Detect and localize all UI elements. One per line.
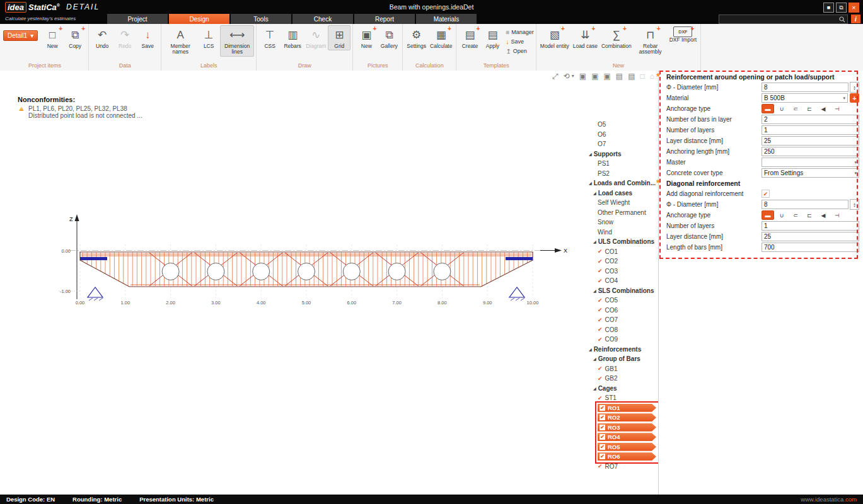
anchorage-option-3-icon[interactable]: ⊏ [803,104,816,113]
ribbon-save-button[interactable]: ↓Save [136,25,159,50]
checkmark-icon[interactable]: ✔ [598,326,603,333]
tree-item-self-wieght[interactable]: Self Wieght [585,198,659,208]
anchorage-option-1-icon[interactable]: ∪ [775,104,788,113]
ribbon-lcs-button[interactable]: ⊥LCS [197,25,220,50]
ribbon-save-button[interactable]: ↓Save [506,38,533,45]
tree-expander-icon[interactable]: ◢ [589,181,592,185]
ribbon-grid-button[interactable]: ⊞Grid [328,25,350,50]
anchorage-option-3-icon[interactable]: ⊏ [803,210,816,220]
tree-item-ro6[interactable]: ✔RO6 [585,452,659,462]
picture-frame-icon[interactable]: ▣ [603,72,610,81]
checkbox-icon[interactable]: ✔ [599,405,605,411]
prop-checkbox[interactable]: ✔ [762,190,770,198]
prop-input[interactable]: 2 [762,115,859,124]
tree-item-co1[interactable]: ✔CO1 [585,247,659,257]
prop-select[interactable]: ▾ [762,158,859,167]
prop-input[interactable]: 8 [762,83,849,92]
prop-input[interactable]: 25 [762,136,859,146]
ghost-view-icon[interactable]: □ [640,72,645,81]
home-view-icon[interactable]: ⌂ [650,72,654,81]
anchorage-option-1-icon[interactable]: ∪ [775,210,788,220]
ribbon-apply-button[interactable]: ▤Apply [481,25,504,50]
tree-item-cages[interactable]: ◢Cages [585,384,659,394]
tree-item-reinforcements[interactable]: ◢Reinforcements [585,345,659,355]
tree-expander-icon[interactable]: ◢ [593,357,596,361]
checkmark-icon[interactable]: ✔ [598,258,603,265]
tree-expander-icon[interactable]: ◢ [593,239,596,244]
tab-report[interactable]: Report [354,14,415,24]
ribbon-new-button[interactable]: □+New [41,25,64,50]
screenshot-2d-icon[interactable]: ▣ [579,72,586,81]
checkbox-icon[interactable]: ✔ [599,425,605,430]
anchorage-option-2-icon[interactable]: ⊂ [789,210,802,220]
ribbon-open-button[interactable]: ↥Open [506,47,533,55]
checkbox-icon[interactable]: ✔ [599,434,605,440]
ribbon-member-names-button[interactable]: AMember names [163,25,197,57]
tree-item-co6[interactable]: ✔CO6 [585,306,659,316]
tree-item-o6[interactable]: O6 [585,130,659,140]
tree-item-ps1[interactable]: PS1 [585,159,659,169]
checkbox-icon[interactable]: ✔ [599,454,605,459]
ribbon-combination-button[interactable]: ∑+Combination [599,25,634,50]
rotate-view-icon[interactable]: ⟲ [564,72,570,81]
fit-view-icon[interactable]: ⤢ [552,72,559,81]
tab-materials[interactable]: Materials [416,14,477,24]
checkmark-icon[interactable]: ✔ [598,317,603,323]
tree-item-co9[interactable]: ✔CO9 [585,335,659,345]
checkmark-icon[interactable]: ✔ [598,336,603,343]
prop-input[interactable]: 1 [762,221,859,231]
detail1-button[interactable]: Detail1▾ [3,30,38,41]
prop-input[interactable]: 250 [762,147,859,156]
layers-front-icon[interactable]: ▤ [616,72,623,81]
tab-design[interactable]: Design [169,14,229,24]
ribbon-css-button[interactable]: ⊤CSS [258,25,281,50]
anchorage-option-5-icon[interactable]: ⊣ [831,210,843,220]
ribbon-load-case-button[interactable]: ⇊+Load case [571,25,599,50]
ribbon-dxf-import-button[interactable]: DXF+DXF Import [668,25,698,44]
minimize-button[interactable]: ■ [823,3,834,13]
tree-item-ro2[interactable]: ✔RO2 [585,413,659,423]
tree-item-o7[interactable]: O7 [585,139,659,149]
selected-cage-flag[interactable]: ✔RO2 [598,413,656,421]
layers-back-icon[interactable]: ▤ [628,72,635,81]
prop-select[interactable]: B 500B▾ [762,93,848,103]
tree-item-co7[interactable]: ✔CO7 [585,315,659,325]
prop-input[interactable]: 25 [762,232,859,241]
ribbon-create-button[interactable]: ▤+Create [458,25,481,50]
tree-item-ro4[interactable]: ✔RO4 [585,432,659,442]
tree-expander-icon[interactable]: ◢ [593,289,596,293]
checkmark-icon[interactable]: ✔ [598,278,603,284]
ribbon-rebar-assembly-button[interactable]: ⊓+Rebar assembly [634,25,668,57]
checkmark-icon[interactable]: ✔ [598,307,603,313]
checkmark-icon[interactable]: ✔ [598,268,603,274]
info-button[interactable]: i [851,14,860,23]
selected-cage-flag[interactable]: ✔RO5 [598,443,656,451]
tree-item-snow[interactable]: Snow [585,217,659,227]
prop-input[interactable]: 8 [762,200,849,209]
tree-item-co5[interactable]: ✔CO5 [585,295,659,306]
checkmark-icon[interactable]: ✔ [598,375,603,382]
stepper-buttons[interactable]: ▴▾ [850,82,859,93]
stepper-buttons[interactable]: ▴▾ [850,199,859,210]
tab-tools[interactable]: Tools [231,14,291,24]
anchorage-option-2-icon[interactable]: ⊂ [789,104,802,113]
tree-item-ro1[interactable]: ✔RO1 [585,403,659,413]
checkmark-icon[interactable]: ✔ [598,463,603,469]
anchorage-option-0-icon[interactable]: ▬ [762,210,774,220]
checkbox-icon[interactable]: ✔ [599,415,605,420]
close-button[interactable]: × [849,3,859,13]
tree-expander-icon[interactable]: ◢ [593,386,596,391]
checkmark-icon[interactable]: ✔ [598,365,603,372]
tab-project[interactable]: Project [107,14,168,24]
tree-item-o5[interactable]: O5 [585,120,659,130]
tree-item-ro5[interactable]: ✔RO5 [585,442,659,452]
checkbox-icon[interactable]: ✔ [599,444,605,450]
tree-item-co4[interactable]: ✔CO4 [585,276,659,286]
tree-item-wind[interactable]: Wind [585,227,659,238]
search-input[interactable] [719,14,848,24]
maximize-button[interactable]: ⧉ [836,3,847,13]
website-link[interactable]: www.ideastatica.com [801,496,857,503]
checkmark-icon[interactable]: ✔ [598,297,603,304]
tree-item-co2[interactable]: ✔CO2 [585,256,659,266]
ribbon-new-button[interactable]: ▣+New [355,25,378,50]
